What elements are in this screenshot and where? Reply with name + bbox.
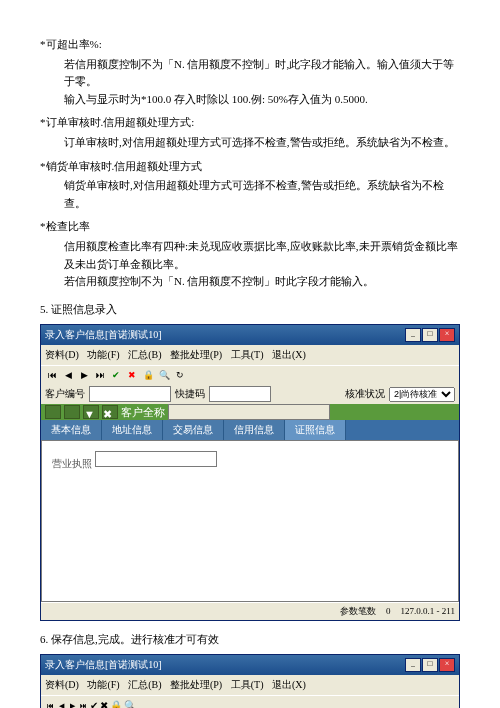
heading-salescheck: *销货单审核时.信用超额处理方式 (40, 158, 460, 176)
tabs-1: 基本信息 地址信息 交易信息 信用信息 证照信息 (41, 420, 459, 440)
lock-icon[interactable]: 🔒 (141, 368, 155, 382)
close-button[interactable]: × (439, 328, 455, 342)
step-6: 6. 保存信息,完成。进行核准才可有效 (40, 631, 460, 649)
green-toolbar: ▼ ✖ 客户全称 (41, 404, 459, 420)
menu2-batch[interactable]: 整批处理(P) (170, 679, 222, 690)
menubar-1: 资料(D) 功能(F) 汇总(B) 整批处理(P) 工具(T) 退出(X) (41, 345, 459, 365)
input-quickcode[interactable] (209, 386, 271, 402)
save-icon[interactable]: ✔ (109, 368, 123, 382)
heading-ordercheck: *订单审核时.信用超额处理方式: (40, 114, 460, 132)
menu2-tools[interactable]: 工具(T) (231, 679, 264, 690)
menu2-exit[interactable]: 退出(X) (272, 679, 306, 690)
green-icon-2[interactable] (64, 405, 80, 419)
label-custcode: 客户编号 (45, 386, 85, 402)
tab-trade[interactable]: 交易信息 (163, 420, 224, 440)
menu-data[interactable]: 资料(D) (45, 349, 79, 360)
window-title-2: 录入客户信息[首诺测试10] (45, 657, 162, 673)
label-quickcode: 快捷码 (175, 386, 205, 402)
heading-checkrate: *检查比率 (40, 218, 460, 236)
tab-basic[interactable]: 基本信息 (41, 420, 102, 440)
lock-2-icon[interactable]: 🔒 (110, 698, 122, 708)
tab-credit[interactable]: 信用信息 (224, 420, 285, 440)
menu-batch[interactable]: 整批处理(P) (170, 349, 222, 360)
nav-next-2-icon[interactable]: ▶ (67, 701, 77, 708)
minimize-button-2[interactable]: _ (405, 658, 421, 672)
text-overrate-1: 若信用额度控制不为「N. 信用额度不控制」时,此字段才能输入。输入值须大于等于零… (64, 56, 460, 91)
text-checkrate-1: 信用额度检查比率有四种:未兑现应收票据比率,应收账款比率,未开票销货金额比率及未… (64, 238, 460, 273)
status-param-label: 参数笔数 (340, 604, 376, 618)
toolbar-1: ⏮ ◀ ▶ ⏭ ✔ ✖ 🔒 🔍 ↻ (41, 365, 459, 384)
green-icon-4[interactable]: ✖ (102, 405, 118, 419)
toolbar-2: ⏮ ◀ ▶ ⏭ ✔ ✖ 🔒 🔍 (41, 695, 459, 708)
nav-first-2-icon[interactable]: ⏮ (45, 701, 55, 708)
search-2-icon[interactable]: 🔍 (124, 698, 136, 708)
label-custall: 客户全称 (121, 404, 165, 422)
search-icon[interactable]: 🔍 (157, 368, 171, 382)
window-customer-2: 录入客户信息[首诺测试10] _ □ × 资料(D) 功能(F) 汇总(B) 整… (40, 654, 460, 708)
nav-last-2-icon[interactable]: ⏭ (78, 701, 88, 708)
status-count: 0 (386, 604, 391, 618)
maximize-button-2[interactable]: □ (422, 658, 438, 672)
heading-overrate: *可超出率%: (40, 36, 460, 54)
label-status: 核准状况 (345, 386, 385, 402)
minimize-button[interactable]: _ (405, 328, 421, 342)
cancel-icon[interactable]: ✖ (125, 368, 139, 382)
menu-function[interactable]: 功能(F) (87, 349, 119, 360)
save-2-icon[interactable]: ✔ (90, 698, 98, 708)
nav-first-icon[interactable]: ⏮ (45, 368, 59, 382)
titlebar-1: 录入客户信息[首诺测试10] _ □ × (41, 325, 459, 345)
text-overrate-2: 输入与显示时为*100.0 存入时除以 100.例: 50%存入值为 0.500… (64, 91, 460, 109)
menu-tools[interactable]: 工具(T) (231, 349, 264, 360)
statusbar-1: 参数笔数 0 127.0.0.1 - 211 (41, 602, 459, 619)
text-ordercheck-1: 订单审核时,对信用超额处理方式可选择不检查,警告或拒绝。系统缺省为不检查。 (64, 134, 460, 152)
nav-prev-icon[interactable]: ◀ (61, 368, 75, 382)
status-ip: 127.0.0.1 - 211 (401, 604, 455, 618)
menu2-summary[interactable]: 汇总(B) (128, 679, 161, 690)
content-area-1: 营业执照 (41, 440, 459, 602)
green-icon-1[interactable] (45, 405, 61, 419)
input-custall[interactable] (168, 404, 330, 420)
tab-address[interactable]: 地址信息 (102, 420, 163, 440)
window-title-1: 录入客户信息[首诺测试10] (45, 327, 162, 343)
vcr-controls: ⏮ ◀ ▶ ⏭ (45, 701, 88, 708)
menu-summary[interactable]: 汇总(B) (128, 349, 161, 360)
maximize-button[interactable]: □ (422, 328, 438, 342)
menu2-function[interactable]: 功能(F) (87, 679, 119, 690)
row-custcode: 客户编号 快捷码 核准状况 2|尚待核准 (41, 384, 459, 404)
text-checkrate-2: 若信用额度控制不为「N. 信用额度不控制」时此字段才能输入。 (64, 273, 460, 291)
input-custcode[interactable] (89, 386, 171, 402)
step-5: 5. 证照信息录入 (40, 301, 460, 319)
nav-prev-2-icon[interactable]: ◀ (56, 701, 66, 708)
tab-license[interactable]: 证照信息 (285, 420, 346, 440)
nav-last-icon[interactable]: ⏭ (93, 368, 107, 382)
menu2-data[interactable]: 资料(D) (45, 679, 79, 690)
menu-exit[interactable]: 退出(X) (272, 349, 306, 360)
cancel-2-icon[interactable]: ✖ (100, 698, 108, 708)
close-button-2[interactable]: × (439, 658, 455, 672)
label-bizlicense: 营业执照 (52, 458, 92, 469)
refresh-icon[interactable]: ↻ (173, 368, 187, 382)
menubar-2: 资料(D) 功能(F) 汇总(B) 整批处理(P) 工具(T) 退出(X) (41, 675, 459, 695)
titlebar-2: 录入客户信息[首诺测试10] _ □ × (41, 655, 459, 675)
window-customer-1: 录入客户信息[首诺测试10] _ □ × 资料(D) 功能(F) 汇总(B) 整… (40, 324, 460, 620)
input-bizlicense[interactable] (95, 451, 217, 467)
nav-next-icon[interactable]: ▶ (77, 368, 91, 382)
select-status[interactable]: 2|尚待核准 (389, 387, 455, 402)
text-salescheck-1: 销货单审核时,对信用超额处理方式可选择不检查,警告或拒绝。系统缺省为不检查。 (64, 177, 460, 212)
green-icon-3[interactable]: ▼ (83, 405, 99, 419)
